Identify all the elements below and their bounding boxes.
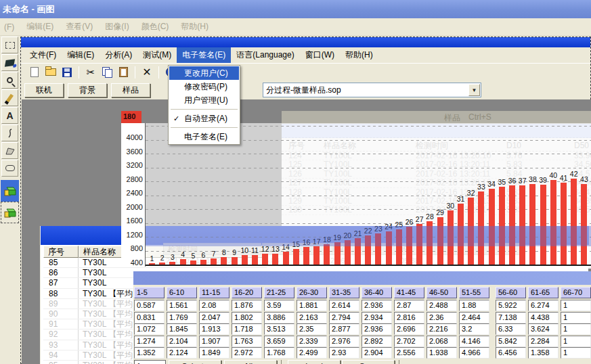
grid-data-cell[interactable]: 5.842 xyxy=(496,336,526,347)
grid-data-cell[interactable]: 1.938 xyxy=(426,347,457,359)
dropdown-menu-item[interactable]: 自动登录(A)✓ xyxy=(169,112,239,125)
grid-data-cell[interactable]: 2.104 xyxy=(167,336,197,347)
grid-data-cell[interactable]: 2.124 xyxy=(167,347,197,359)
app-menu-item[interactable]: 编辑(E) xyxy=(62,47,100,63)
app-menu-item[interactable]: 电子签名(E) xyxy=(177,47,231,63)
paint-menu-item[interactable]: 编辑(E) xyxy=(22,21,62,32)
grid-button-select[interactable]: Select= xyxy=(169,360,221,364)
cut-icon[interactable]: ✂ xyxy=(84,66,97,79)
grid-data-cell[interactable]: 2.35 xyxy=(297,323,327,335)
quick-button[interactable]: 背景 xyxy=(68,83,107,97)
grid-data-cell[interactable]: 1 xyxy=(561,336,591,347)
grid-data-cell[interactable]: 2.36 xyxy=(426,312,457,323)
grid-data-cell[interactable]: 6.274 xyxy=(528,300,559,311)
grid-data-cell[interactable]: 6.456 xyxy=(496,347,526,359)
grid-data-cell[interactable]: 1 xyxy=(561,323,591,335)
polygon-icon[interactable] xyxy=(1,142,18,159)
paint-menu-item[interactable]: 颜色(C) xyxy=(137,21,177,32)
grid-data-cell[interactable]: 2.877 xyxy=(329,323,359,335)
grid-data-cell[interactable]: 6.33 xyxy=(496,323,526,335)
paint-menu-item[interactable]: 查看(V) xyxy=(62,21,101,32)
quick-button[interactable]: 样品 xyxy=(111,83,150,97)
grid-data-cell[interactable]: 3.624 xyxy=(528,323,559,335)
grid-button-load[interactable]: Load xyxy=(288,360,341,364)
delete-icon[interactable]: ✕ xyxy=(140,66,154,79)
app-menu-item[interactable]: 文件(F) xyxy=(24,47,62,63)
grid-data-cell[interactable]: 3.59 xyxy=(264,300,294,311)
grid-data-cell[interactable]: 2.936 xyxy=(362,323,392,335)
grid-data-cell[interactable]: 2.976 xyxy=(329,336,359,347)
grid-data-cell[interactable]: 2.284 xyxy=(528,336,559,347)
grid-data-cell[interactable]: 2.556 xyxy=(394,347,424,359)
grid-data-cell[interactable]: 1.769 xyxy=(167,312,197,323)
grid-data-cell[interactable]: 2.93 xyxy=(329,347,359,359)
grid-data-cell[interactable]: 2.972 xyxy=(232,347,262,359)
grid-data-cell[interactable]: 1 xyxy=(561,312,591,323)
text-icon[interactable]: A xyxy=(1,107,18,124)
grid-data-cell[interactable]: 1.849 xyxy=(199,347,229,359)
grid-data-cell[interactable]: 2.499 xyxy=(297,347,327,359)
grid-data-cell[interactable]: 1.881 xyxy=(297,300,327,311)
paint-menu-item[interactable]: 帮助(H) xyxy=(177,21,217,32)
grid-data-cell[interactable]: 3.2 xyxy=(459,323,489,335)
copy-icon[interactable] xyxy=(100,66,114,79)
grid-data-cell[interactable]: 2.047 xyxy=(199,312,229,323)
grid-data-cell[interactable]: 2.794 xyxy=(329,312,359,323)
grid-data-cell[interactable]: 2.936 xyxy=(362,300,392,311)
grid-data-cell[interactable]: 2.87 xyxy=(394,300,424,311)
grid-data-cell[interactable]: 3.886 xyxy=(264,312,294,323)
grid-data-cell[interactable]: 3.659 xyxy=(264,336,294,347)
grid-data-cell[interactable]: 1.352 xyxy=(134,347,165,359)
grid-data-cell[interactable]: 0.831 xyxy=(134,312,165,323)
grid-data-cell[interactable]: 1.907 xyxy=(199,336,229,347)
grid-data-cell[interactable]: 2.08 xyxy=(199,300,229,311)
grid-data-cell[interactable]: 3.513 xyxy=(264,323,294,335)
grid-data-cell[interactable]: 2.816 xyxy=(394,312,424,323)
grid-data-cell[interactable]: 2.464 xyxy=(459,312,489,323)
rounded-rect-icon[interactable] xyxy=(1,160,18,177)
paste-icon[interactable] xyxy=(116,66,130,79)
dropdown-menu-item[interactable]: 电子签名(E) xyxy=(169,130,239,143)
grid-data-cell[interactable]: 1.358 xyxy=(528,347,559,359)
dropdown-menu-item[interactable]: 用户管理(U) xyxy=(169,93,239,107)
quick-button[interactable]: 联机 xyxy=(24,83,64,97)
sop-file-combobox[interactable]: 分过程-微量样品.sop ▼ xyxy=(263,83,481,97)
grid-data-cell[interactable]: 2.068 xyxy=(426,336,457,347)
app-menu-item[interactable]: 帮助(H) xyxy=(340,47,378,63)
open-folder-icon[interactable] xyxy=(44,66,58,79)
app-menu-item[interactable]: 窗口(W) xyxy=(300,47,340,63)
grid-data-cell[interactable]: 1.802 xyxy=(232,312,262,323)
grid-data-cell[interactable]: 1 xyxy=(561,347,591,359)
paint-menu-item[interactable]: 图像(I) xyxy=(101,21,137,32)
grid-data-cell[interactable]: 0.587 xyxy=(134,300,165,311)
curve-icon[interactable] xyxy=(1,124,18,141)
grid-data-cell[interactable]: 1.763 xyxy=(232,336,262,347)
grid-data-cell[interactable]: 2.163 xyxy=(297,312,327,323)
new-file-icon[interactable] xyxy=(28,66,41,79)
brush-icon[interactable] xyxy=(1,89,18,106)
grid-data-cell[interactable]: 1 xyxy=(561,300,591,311)
zoom-icon[interactable] xyxy=(1,72,18,89)
grid-button-save[interactable]: Save xyxy=(342,360,395,364)
grid-data-cell[interactable]: 1.913 xyxy=(199,323,229,335)
app-menu-item[interactable]: 分析(A) xyxy=(100,47,137,63)
app-menu-item[interactable]: 语言(Language) xyxy=(231,47,299,63)
dropdown-menu-item[interactable]: 修改密码(P) xyxy=(169,80,239,93)
grid-data-cell[interactable]: 1.845 xyxy=(167,323,197,335)
dropdown-menu-item[interactable]: 更改用户(C) xyxy=(169,66,239,80)
combobox-dropdown-arrow-icon[interactable]: ▼ xyxy=(468,84,480,96)
paint-menu-item[interactable]: (F) xyxy=(0,22,22,32)
grid-data-cell[interactable]: 2.904 xyxy=(362,347,392,359)
grid-data-cell[interactable]: 4.438 xyxy=(528,312,559,323)
grid-data-cell[interactable]: 2.892 xyxy=(362,336,392,347)
grid-data-cell[interactable]: 1.072 xyxy=(134,323,165,335)
count-input[interactable] xyxy=(134,360,166,364)
grid-data-cell[interactable]: 2.339 xyxy=(297,336,327,347)
grid-data-cell[interactable]: 2.696 xyxy=(394,323,424,335)
grid-data-cell[interactable]: 1.561 xyxy=(167,300,197,311)
grid-data-cell[interactable]: 1.876 xyxy=(232,300,262,311)
grid-data-cell[interactable]: 4.146 xyxy=(459,336,489,347)
fill-icon[interactable] xyxy=(1,54,18,71)
cube-tool-selected-icon[interactable] xyxy=(1,180,19,202)
grid-data-cell[interactable]: 1.718 xyxy=(232,323,262,335)
